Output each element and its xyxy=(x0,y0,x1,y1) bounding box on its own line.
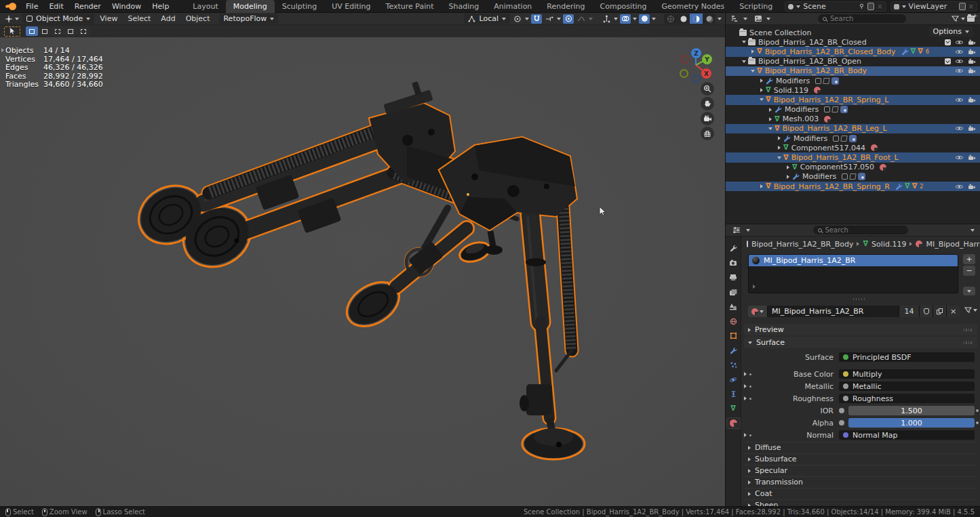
scene-selector[interactable]: Scene × xyxy=(785,1,886,12)
expand-icon[interactable] xyxy=(751,70,755,73)
toggle-perspective-button[interactable] xyxy=(701,127,714,140)
browse-material-button[interactable] xyxy=(748,306,767,317)
pan-view-button[interactable] xyxy=(701,97,714,110)
outliner-row-modifiers[interactable]: Modifiers xyxy=(726,133,980,143)
viewlayer-selector[interactable]: ViewLayer × xyxy=(890,1,977,12)
select-extend-button[interactable] xyxy=(39,26,51,36)
gizmo-axis-z-neg[interactable] xyxy=(692,75,701,83)
gizmo-axis-x-neg[interactable] xyxy=(680,55,689,64)
expand-icon[interactable] xyxy=(769,117,772,121)
shading-solid-button[interactable] xyxy=(677,14,690,24)
material-slot-active[interactable]: MI_Bipod_Harris_1A2_BR xyxy=(749,255,958,266)
outliner-display-mode-button[interactable] xyxy=(753,14,764,24)
navigation-gizmo[interactable]: Z Y X xyxy=(676,45,716,85)
snap-dropdown-icon[interactable] xyxy=(557,18,561,20)
falloff-dropdown-icon[interactable] xyxy=(589,18,593,20)
new-scene-button[interactable] xyxy=(867,3,874,10)
alpha-slider[interactable]: 1.000 xyxy=(848,418,975,428)
proportional-falloff-button[interactable] xyxy=(576,14,587,24)
filter-icon[interactable] xyxy=(952,16,959,22)
breadcrumb-material[interactable]: MI_Bipod_Harris_1A2_BR xyxy=(926,240,980,249)
expand-icon[interactable] xyxy=(744,433,747,437)
show-gizmo-button[interactable] xyxy=(601,14,612,24)
gizmo-axis-x[interactable]: X xyxy=(701,68,711,79)
hide-eye-icon[interactable] xyxy=(955,154,964,161)
hide-eye-icon[interactable] xyxy=(955,97,964,103)
hide-eye-icon[interactable] xyxy=(955,39,964,45)
outliner-row-modifiers[interactable]: Modifiers xyxy=(726,172,980,182)
proportional-editing-button[interactable] xyxy=(563,14,574,24)
expand-icon[interactable] xyxy=(742,41,746,43)
properties-tab-view-layer[interactable] xyxy=(727,287,740,297)
properties-tab-render[interactable] xyxy=(727,258,740,268)
outliner-row-closed-body[interactable]: ∇ Bipod_Harris_1A2_BR_Closed_Body ∇ ∇6 xyxy=(726,47,980,56)
disable-render-camera-icon[interactable] xyxy=(968,58,976,64)
workspace-tab-geometry-nodes[interactable]: Geometry Nodes xyxy=(654,0,732,13)
properties-editor-type-button[interactable] xyxy=(731,226,742,235)
expand-icon[interactable] xyxy=(787,175,789,179)
expand-icon[interactable] xyxy=(742,60,746,63)
menu-help[interactable]: Help xyxy=(146,0,174,13)
hide-eye-icon[interactable] xyxy=(955,49,964,55)
mode-dropdown[interactable]: Object Mode xyxy=(22,14,94,24)
menu-view[interactable]: View xyxy=(95,14,122,23)
workspace-tab-scripting[interactable]: Scripting xyxy=(732,0,780,13)
material-filter-icon[interactable] xyxy=(964,307,972,314)
disable-render-camera-icon[interactable] xyxy=(968,97,976,103)
disable-render-camera-icon[interactable] xyxy=(968,184,976,190)
duplicate-material-button[interactable] xyxy=(933,306,946,317)
expand-icon[interactable] xyxy=(744,372,747,376)
outliner-search[interactable] xyxy=(818,14,906,23)
pin-icon[interactable] xyxy=(859,3,865,9)
panel-specular[interactable]: Specular xyxy=(744,465,977,476)
outliner-search-input[interactable] xyxy=(830,15,901,22)
workspace-tab-sculpting[interactable]: Sculpting xyxy=(275,0,324,13)
expand-icon[interactable] xyxy=(778,146,781,150)
select-set-button[interactable] xyxy=(26,26,38,36)
workspace-tab-modeling[interactable]: Modeling xyxy=(226,0,275,13)
gizmo-axis-z[interactable]: Z xyxy=(691,48,701,58)
gizmo-axis-y[interactable]: Y xyxy=(702,54,712,64)
snap-target-button[interactable] xyxy=(544,14,555,24)
pivot-point-button[interactable] xyxy=(512,14,523,24)
overlays-dropdown-icon[interactable] xyxy=(633,18,637,20)
pivot-dropdown-icon[interactable] xyxy=(525,18,529,20)
delete-viewlayer-button[interactable]: × xyxy=(968,3,974,10)
metallic-field[interactable]: Metallic xyxy=(839,381,975,391)
panel-preview[interactable]: Preview xyxy=(744,324,977,335)
outliner-row-mesh-003[interactable]: ∇ Mesh.003 xyxy=(726,115,980,124)
disable-render-camera-icon[interactable] xyxy=(968,39,976,45)
workspace-tab-layout[interactable]: Layout xyxy=(185,0,225,13)
new-viewlayer-button[interactable] xyxy=(959,3,966,10)
outliner-row-foot-l[interactable]: ∇ Bipod_Harris_1A2_BR_Foot_L xyxy=(726,152,980,162)
slot-list-resize-grip[interactable] xyxy=(748,296,958,303)
viewport-canvas[interactable]: Objects14 / 14 Vertices17,464 / 17,464 E… xyxy=(0,37,725,506)
panel-drag-grip[interactable] xyxy=(964,342,973,344)
transform-orientation-dropdown[interactable]: Local xyxy=(464,14,510,24)
disable-render-camera-icon[interactable] xyxy=(968,49,976,55)
workspace-tab-rendering[interactable]: Rendering xyxy=(539,0,592,13)
options-dropdown[interactable]: Options xyxy=(929,26,973,37)
shading-dropdown-icon[interactable] xyxy=(718,18,722,20)
disable-render-camera-icon[interactable] xyxy=(968,154,976,161)
expand-icon[interactable] xyxy=(768,127,772,130)
roughness-field[interactable]: Roughness xyxy=(839,394,975,403)
slot-list-expand-icon[interactable] xyxy=(753,285,756,289)
breadcrumb-object[interactable]: Bipod_Harris_1A2_BR_Body xyxy=(751,240,853,249)
panel-subsurface[interactable]: Subsurface xyxy=(744,453,977,465)
expand-icon[interactable] xyxy=(769,108,772,112)
editor-type-button[interactable] xyxy=(3,14,14,24)
outliner-row-leg-l[interactable]: ∇ Bipod_Harris_1A2_BR_Leg_L xyxy=(726,124,980,133)
menu-file[interactable]: File xyxy=(20,0,43,13)
normal-field[interactable]: Normal Map xyxy=(839,430,975,440)
hide-eye-icon[interactable] xyxy=(955,184,964,190)
outliner-row-solid-119[interactable]: ∇ Solid.119 xyxy=(726,85,980,95)
properties-tab-tool[interactable] xyxy=(727,243,740,253)
disable-render-camera-icon[interactable] xyxy=(968,68,976,74)
outliner-row-body[interactable]: ∇ Bipod_Harris_1A2_BR_Body xyxy=(726,66,980,76)
outliner-row-component-050[interactable]: ∇ Component517.050 xyxy=(726,163,980,172)
material-name-field[interactable]: MI_Bipod_Harris_1A2_BR xyxy=(767,306,899,317)
workspace-tab-uv-editing[interactable]: UV Editing xyxy=(324,0,378,13)
delete-scene-button[interactable]: × xyxy=(877,3,882,10)
expand-icon[interactable] xyxy=(760,184,763,188)
